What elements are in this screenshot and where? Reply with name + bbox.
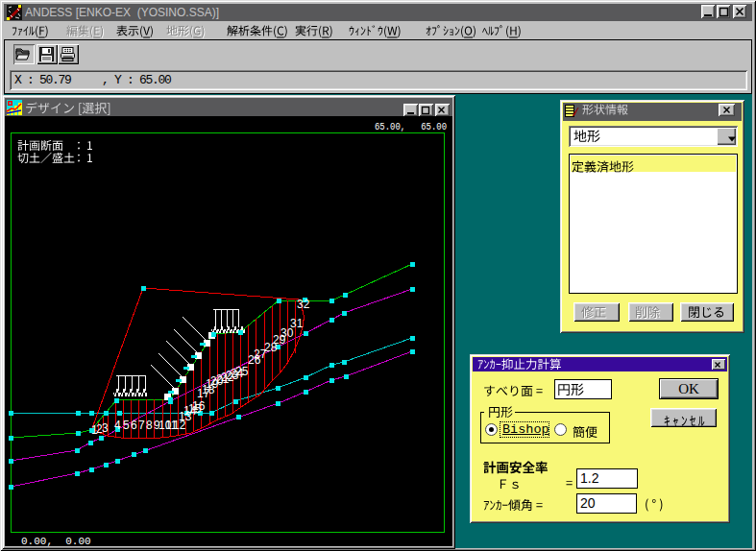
svg-text:7: 7 [138,419,145,432]
svg-text:25: 25 [235,365,249,378]
svg-text:31: 31 [290,317,304,330]
svg-text:4: 4 [114,419,121,432]
svg-text:32: 32 [297,298,310,311]
svg-text:0.00, 0.00: 0.00, 0.00 [21,536,91,547]
svg-text:3: 3 [102,421,109,435]
svg-text:65.00, 65.00: 65.00, 65.00 [375,121,447,132]
svg-text:6: 6 [131,419,137,432]
svg-text:5: 5 [123,419,130,432]
svg-text:16: 16 [192,399,206,413]
svg-text:8: 8 [146,419,153,432]
